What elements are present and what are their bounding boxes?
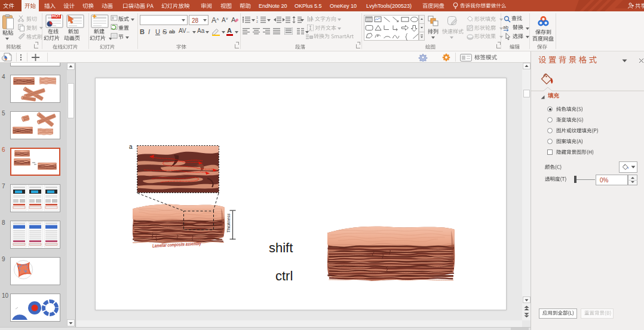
- svg-text:A: A: [231, 16, 236, 23]
- svg-text:1: 1: [256, 16, 258, 19]
- svg-text:A: A: [311, 17, 314, 21]
- svg-text:Thickness: Thickness: [226, 213, 231, 233]
- svg-text:HOT: HOT: [52, 14, 62, 18]
- svg-text:ab: ab: [503, 25, 508, 30]
- svg-text:2: 2: [256, 20, 258, 23]
